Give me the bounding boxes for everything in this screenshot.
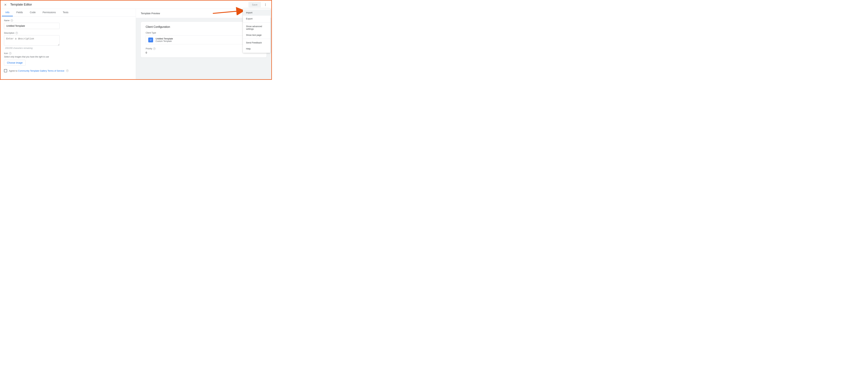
- menu-import[interactable]: Import: [243, 9, 270, 16]
- menu-export[interactable]: Export: [243, 16, 270, 22]
- tab-tests[interactable]: Tests: [59, 9, 72, 16]
- description-input[interactable]: [4, 35, 60, 46]
- tab-permissions[interactable]: Permissions: [39, 9, 59, 16]
- tab-info[interactable]: Info: [2, 9, 13, 16]
- help-icon[interactable]: ?: [10, 19, 13, 22]
- agree-checkbox[interactable]: [4, 69, 7, 72]
- more-menu-button[interactable]: [262, 2, 269, 8]
- choose-image-button[interactable]: Choose image: [4, 60, 26, 66]
- name-label: Name ?: [4, 19, 132, 22]
- description-label: Description ?: [4, 32, 132, 34]
- svg-point-2: [265, 5, 266, 6]
- save-button[interactable]: Save: [248, 2, 261, 7]
- help-icon[interactable]: ?: [9, 52, 11, 55]
- close-button[interactable]: [3, 3, 7, 7]
- page-title: Template Editor: [10, 3, 32, 6]
- client-name: Untitled Template: [156, 37, 173, 40]
- tos-link[interactable]: Community Template Gallery Terms of Serv…: [18, 69, 64, 72]
- svg-point-1: [265, 4, 266, 5]
- tab-fields[interactable]: Fields: [13, 9, 26, 16]
- agree-text: Agree to Community Template Gallery Term…: [9, 69, 64, 72]
- menu-help[interactable]: Help: [243, 46, 270, 52]
- client-subtitle: Custom Template: [156, 40, 173, 43]
- icon-hint: Select only images that you have the rig…: [4, 56, 132, 58]
- svg-point-0: [265, 3, 266, 4]
- menu-feedback[interactable]: Send Feedback: [243, 39, 270, 46]
- more-menu: Import Export Show advanced settings Sho…: [243, 8, 270, 53]
- menu-testpage[interactable]: Show test page: [243, 32, 270, 38]
- icon-label: Icon ?: [4, 52, 132, 55]
- help-icon[interactable]: ?: [66, 69, 69, 72]
- client-icon: U: [148, 37, 153, 43]
- menu-advanced[interactable]: Show advanced settings: [243, 23, 270, 32]
- char-counter: 200/200 characters remaining: [5, 47, 132, 49]
- name-input[interactable]: [4, 23, 60, 29]
- tab-code[interactable]: Code: [26, 9, 39, 16]
- help-icon[interactable]: ?: [153, 48, 156, 50]
- tabs: Info Fields Code Permissions Tests: [1, 9, 136, 17]
- help-icon[interactable]: ?: [16, 32, 18, 34]
